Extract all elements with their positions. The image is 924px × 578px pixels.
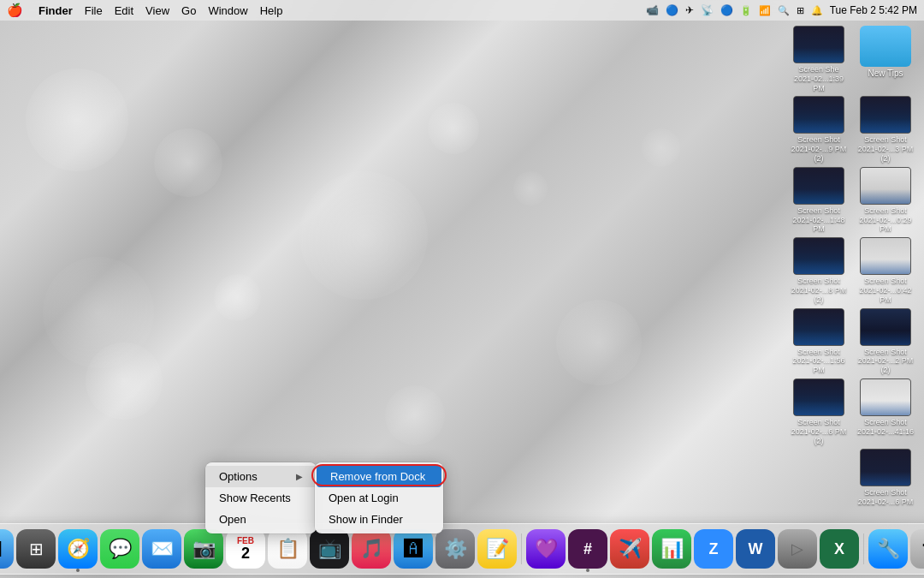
dock-slack[interactable]: #	[568, 529, 607, 569]
dock-dot	[76, 569, 80, 572]
desktop: 🍎 Finder File Edit View Go Window Help 📹…	[0, 0, 924, 578]
dock: 🖥 ⊞ 🧭 💬 ✉️ 📷 FEB2 📋	[0, 523, 924, 575]
context-menu-show-recents[interactable]: Show Recents	[205, 487, 317, 509]
menubar-right: 📹 🔵 ✈ 📡 🔵 🔋 📶 🔍 ⊞ 🔔 Tue Feb 2 5:42 PM	[646, 4, 917, 16]
menu-edit[interactable]: Edit	[115, 4, 133, 17]
apple-menu[interactable]: 🍎	[7, 3, 23, 18]
desktop-icon-screenshot-9[interactable]: Screen Shot2021-02-...2 PM (2)	[856, 308, 915, 375]
dock-calendar[interactable]: FEB2	[226, 529, 265, 569]
desktop-icon-screenshot-3[interactable]: Screen Shot2021-02-...3 PM (2)	[856, 96, 915, 163]
dock-numbers[interactable]: 📊	[652, 529, 691, 569]
desktop-icon-screenshot-4[interactable]: Screen Shot2021-02-...1:48 PM	[789, 167, 849, 234]
menu-go[interactable]: Go	[181, 4, 196, 17]
dock-zoom[interactable]: Z	[694, 529, 733, 569]
menubar-video-icon[interactable]: 📹	[646, 4, 659, 16]
icon-row-1: Screen She2021-02...1:39 PM New Tips	[789, 26, 915, 92]
dock-airmail[interactable]: ✈️	[610, 529, 649, 569]
menubar-airplay-icon[interactable]: 📡	[701, 4, 714, 16]
menubar-wifi-icon[interactable]: 📶	[759, 5, 771, 16]
dock-finder[interactable]: 🖥	[0, 529, 14, 569]
dock-messages[interactable]: 💬	[100, 529, 139, 569]
dock-appstore[interactable]: 🅰	[394, 529, 433, 569]
dock-appletv[interactable]: 📺	[310, 529, 349, 569]
dock-launchpad[interactable]: ⊞	[16, 529, 56, 569]
context-menu-options[interactable]: Options ▶	[205, 466, 317, 487]
icon-row-7: Screen Shot2021-02-...6 PM	[789, 449, 915, 507]
icon-row-4: Screen Shot2021-02-...8 PM (2) Screen Sh…	[789, 237, 915, 304]
menubar-cast-icon[interactable]: 🔵	[666, 4, 678, 16]
menubar-datetime: Tue Feb 2 5:42 PM	[830, 4, 917, 16]
dock-excel[interactable]: X	[820, 529, 859, 569]
dock-vmware[interactable]: ▷	[778, 529, 817, 569]
menubar: 🍎 Finder File Edit View Go Window Help 📹…	[0, 0, 924, 21]
dock-systemprefs[interactable]: ⚙️	[435, 529, 475, 569]
menu-window[interactable]: Window	[208, 4, 247, 17]
icon-row-2: Screen Shot2021-02-...9 PM (2) Screen Sh…	[789, 96, 915, 163]
desktop-icon-screenshot-6[interactable]: Screen Shot2021-02-...8 PM (2)	[789, 237, 849, 304]
desktop-icon-screenshot-7[interactable]: Screen Shot2021-02-...0:42 PM	[856, 237, 915, 304]
submenu-remove-from-dock[interactable]: Remove from Dock	[317, 466, 441, 487]
dock-notes[interactable]: 📝	[477, 529, 517, 569]
desktop-icons: Screen She2021-02...1:39 PM New Tips Scr…	[789, 26, 915, 507]
menu-view[interactable]: View	[145, 4, 169, 17]
menu-file[interactable]: File	[85, 4, 103, 17]
dock-safari[interactable]: 🧭	[58, 529, 98, 569]
dock-separator	[521, 533, 522, 564]
icon-row-6: Screen Shot2021-02-...6 PM (2) Screen Sh…	[789, 378, 915, 445]
dock-facetime[interactable]: 📷	[184, 529, 223, 569]
context-menu-open[interactable]: Open	[205, 509, 317, 530]
icon-row-5: Screen Shot2021-02-...1:56 PM Screen Sho…	[789, 308, 915, 375]
submenu-open-at-login[interactable]: Open at Login	[315, 487, 443, 509]
context-menu: Options ▶ Show Recents Open	[205, 462, 317, 533]
context-menu-container: Options ▶ Show Recents Open Remove from …	[205, 462, 317, 533]
context-submenu: Remove from Dock Open at Login Show in F…	[315, 462, 443, 533]
dock-word[interactable]: W	[736, 529, 775, 569]
desktop-icon-screenshot-1[interactable]: Screen She2021-02...1:39 PM	[789, 26, 849, 92]
dock-mail[interactable]: ✉️	[142, 529, 181, 569]
desktop-icon-screenshot-5[interactable]: Screen Shot2021-02-...0:29 PM	[856, 167, 915, 234]
submenu-arrow-icon: ▶	[296, 472, 303, 481]
desktop-icon-screenshot-8[interactable]: Screen Shot2021-02-...1:56 PM	[789, 308, 849, 375]
menu-help[interactable]: Help	[260, 4, 283, 17]
menubar-search-icon[interactable]: 🔍	[778, 5, 790, 16]
app-name[interactable]: Finder	[38, 4, 73, 17]
desktop-icon-screenshot-2[interactable]: Screen Shot2021-02-...9 PM (2)	[789, 96, 849, 163]
dock-trash[interactable]: 🗑	[910, 529, 924, 569]
dock-reminders[interactable]: 📋	[268, 529, 307, 569]
dock-music[interactable]: 🎵	[352, 529, 391, 569]
menubar-bluetooth-icon[interactable]: 🔵	[720, 4, 733, 16]
menubar-left: 🍎 Finder File Edit View Go Window Help	[7, 3, 646, 18]
desktop-icon-screenshot-11[interactable]: Screen Shot2021-02-...41:16	[856, 378, 915, 445]
menubar-control-center-icon[interactable]: ⊞	[797, 5, 804, 16]
dock-dot	[586, 569, 589, 572]
desktop-icon-screenshot-12[interactable]: Screen Shot2021-02-...6 PM	[856, 449, 915, 507]
menubar-notification-icon[interactable]: 🔔	[811, 5, 823, 16]
dock-icloud[interactable]: 🔧	[868, 529, 908, 569]
dock-separator-2	[863, 533, 864, 564]
menubar-send-icon[interactable]: ✈	[685, 4, 694, 16]
icon-row-3: Screen Shot2021-02-...1:48 PM Screen Sho…	[789, 167, 915, 234]
menubar-battery-icon[interactable]: 🔋	[740, 5, 752, 16]
dock-messenger[interactable]: 💜	[526, 529, 566, 569]
desktop-icon-screenshot-10[interactable]: Screen Shot2021-02-...6 PM (2)	[789, 378, 849, 445]
submenu-show-in-finder[interactable]: Show in Finder	[315, 509, 443, 530]
desktop-icon-new-tips[interactable]: New Tips	[856, 26, 915, 92]
